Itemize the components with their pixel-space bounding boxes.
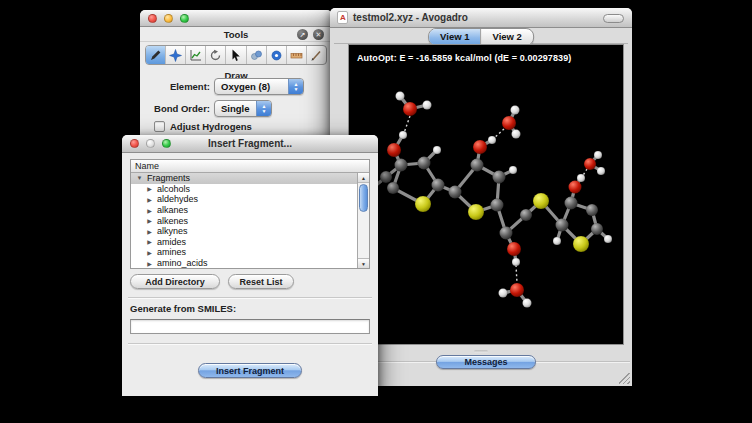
scroll-down-icon[interactable]: ▼ (358, 258, 369, 268)
adjust-hydrogens-checkbox[interactable] (154, 121, 165, 132)
h-atom (396, 92, 405, 101)
element-popup-value: Oxygen (8) (215, 81, 288, 92)
o-atom (387, 143, 401, 157)
fragment-tree-row-amino_acids[interactable]: ▶amino_acids (131, 258, 369, 268)
pen-icon (310, 49, 323, 62)
close-traffic-light[interactable] (148, 14, 157, 23)
manipulate-tool-button[interactable] (247, 46, 267, 64)
minimize-traffic-light[interactable] (164, 14, 173, 23)
c-atom (556, 219, 569, 232)
fragment-row-label: alkenes (157, 216, 188, 226)
disclosure-triangle-icon[interactable]: ▶ (145, 196, 154, 203)
o-atom (507, 242, 521, 256)
auto-optimize-tool-button[interactable] (267, 46, 287, 64)
fragment-tree-row-Fragments[interactable]: ▼Fragments (131, 173, 369, 184)
bond-order-popup[interactable]: Single ▲▼ (214, 100, 272, 117)
fragment-row-label: amides (157, 237, 186, 247)
auto-rotate-tool-button[interactable] (206, 46, 226, 64)
c-atom (387, 182, 399, 194)
molecule-group (349, 92, 612, 308)
splitter-handle[interactable] (474, 350, 488, 353)
disclosure-triangle-icon[interactable]: ▶ (145, 228, 154, 235)
fragment-tree-row-alkanes[interactable]: ▶alkanes (131, 205, 369, 216)
bond-order-row: Bond Order: Single ▲▼ (140, 100, 332, 117)
navigate-tool-button[interactable] (166, 46, 186, 64)
fragment-titlebar[interactable]: Insert Fragment... (122, 135, 378, 153)
h-atom (511, 106, 520, 115)
element-popup[interactable]: Oxygen (8) ▲▼ (214, 78, 304, 95)
fragment-list-rows: ▼Fragments▶alcohols▶aldehydes▶alkanes▶al… (131, 173, 369, 268)
scroll-up-icon[interactable]: ▲ (358, 173, 369, 183)
disclosure-triangle-icon[interactable]: ▶ (145, 238, 154, 245)
messages-button[interactable]: Messages (436, 355, 536, 369)
insert-fragment-button[interactable]: Insert Fragment (198, 363, 302, 378)
fragment-tree-row-alkenes[interactable]: ▶alkenes (131, 215, 369, 226)
toolbar-toggle-pill-button[interactable] (603, 14, 624, 23)
selection-tool-button[interactable] (226, 46, 246, 64)
tab-view-1[interactable]: View 1 (429, 29, 480, 45)
fragment-row-label: alkynes (157, 226, 188, 236)
smiles-label: Generate from SMILES: (130, 303, 236, 314)
fragment-scrollbar[interactable]: ▲ ▼ (357, 173, 369, 268)
star-icon (169, 49, 182, 62)
tools-titlebar[interactable] (140, 10, 332, 27)
fragment-tree-row-aldehydes[interactable]: ▶aldehydes (131, 194, 369, 205)
c-atom (520, 209, 532, 221)
h-atom (594, 151, 602, 159)
scrollbar-thumb[interactable] (359, 184, 368, 212)
gl-viewport[interactable]: AutoOpt: E = -16.5859 kcal/mol (dE = 0.0… (348, 44, 624, 345)
resize-grip[interactable] (619, 373, 630, 384)
fragment-tree-row-amines[interactable]: ▶amines (131, 247, 369, 258)
align-tool-button[interactable] (307, 46, 326, 64)
zoom-traffic-light[interactable] (180, 14, 189, 23)
main-window-title: testmol2.xyz - Avogadro (353, 12, 468, 23)
c-atom (586, 204, 598, 216)
o-atom (510, 283, 524, 297)
name-column-header[interactable]: Name (131, 160, 369, 173)
rotate-icon (209, 49, 222, 62)
desktop: Tools ↗ ✕ (0, 0, 752, 423)
popup-arrows-icon: ▲▼ (256, 101, 271, 116)
fragment-row-label: aldehydes (157, 194, 198, 204)
measure-tool-button[interactable] (287, 46, 307, 64)
disclosure-triangle-icon[interactable]: ▶ (145, 260, 154, 267)
spheres-icon (250, 49, 263, 62)
h-atom (512, 258, 520, 266)
ruler-icon (290, 49, 303, 62)
tools-dock-header: Tools ↗ ✕ (140, 27, 332, 42)
reset-list-button[interactable]: Reset List (228, 274, 294, 289)
disclosure-triangle-icon[interactable]: ▼ (135, 175, 144, 181)
c-atom (493, 171, 506, 184)
pencil-icon (149, 49, 162, 62)
c-atom (500, 227, 513, 240)
fragment-row-label: amines (157, 247, 186, 257)
disclosure-triangle-icon[interactable]: ▶ (145, 185, 154, 192)
dock-float-icon[interactable]: ↗ (297, 29, 308, 40)
fragment-table: Name ▼Fragments▶alcohols▶aldehydes▶alkan… (130, 159, 370, 269)
h-atom (577, 174, 585, 182)
fragment-row-label: amino_acids (157, 258, 208, 268)
smiles-input[interactable] (130, 319, 370, 334)
c-atom (565, 197, 578, 210)
c-atom (591, 223, 603, 235)
dock-close-icon[interactable]: ✕ (313, 29, 324, 40)
fragment-tree-row-alcohols[interactable]: ▶alcohols (131, 184, 369, 195)
disclosure-triangle-icon[interactable]: ▶ (145, 249, 154, 256)
bond-order-popup-value: Single (215, 103, 256, 114)
h-atom (597, 167, 605, 175)
h-atom (604, 235, 612, 243)
draw-tool-button[interactable] (146, 46, 166, 64)
bond-centric-tool-button[interactable] (186, 46, 206, 64)
disclosure-triangle-icon[interactable]: ▶ (145, 207, 154, 214)
tools-toolbar (145, 45, 327, 65)
tab-view-2[interactable]: View 2 (481, 29, 533, 45)
o-atom (569, 181, 582, 194)
disclosure-triangle-icon[interactable]: ▶ (145, 217, 154, 224)
add-directory-button[interactable]: Add Directory (130, 274, 220, 289)
fragment-tree-row-amides[interactable]: ▶amides (131, 237, 369, 248)
fragment-tree-row-alkynes[interactable]: ▶alkynes (131, 226, 369, 237)
insert-fragment-window: Insert Fragment... Name ▼Fragments▶alcoh… (122, 135, 378, 396)
bond-order-label: Bond Order: (140, 103, 210, 114)
c-atom (380, 171, 392, 183)
main-titlebar[interactable]: testmol2.xyz - Avogadro (330, 8, 632, 28)
